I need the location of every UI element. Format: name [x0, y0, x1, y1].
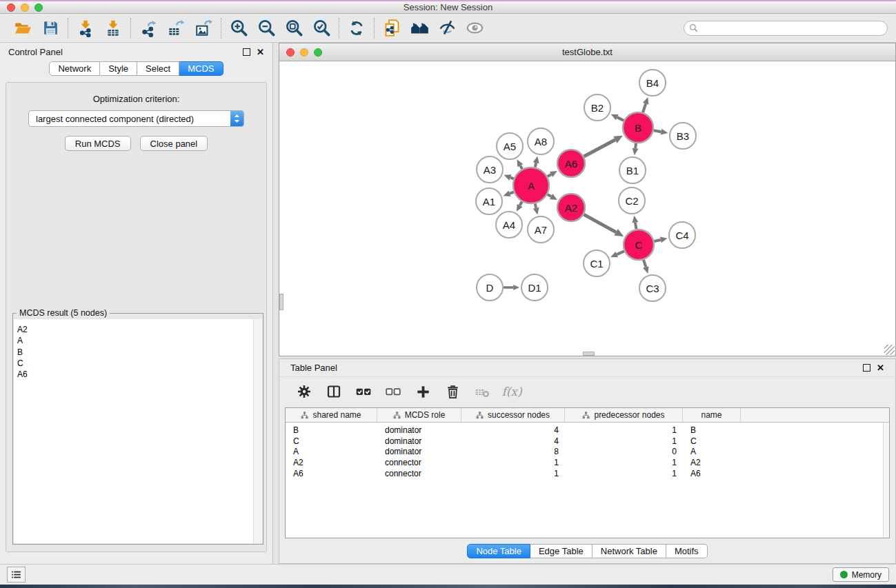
zoom-in-button[interactable] — [229, 19, 248, 38]
task-history-button[interactable] — [7, 567, 26, 582]
table-row[interactable]: Adominator80A — [286, 447, 889, 458]
edge-B-B3 — [654, 130, 661, 132]
mcds-result-item[interactable]: B — [17, 347, 253, 358]
mcds-result-list: A2ABCA6 — [14, 319, 253, 543]
deselect-all-button[interactable] — [384, 383, 403, 401]
table-row[interactable]: Cdominator41C — [286, 436, 889, 447]
delete-column-button[interactable] — [443, 383, 462, 401]
arrowhead-B-B4 — [643, 97, 649, 105]
select-all-button[interactable] — [354, 383, 373, 401]
close-network-button[interactable] — [286, 48, 295, 57]
table-scrollbar[interactable] — [883, 423, 889, 538]
search-field[interactable] — [684, 21, 888, 36]
node-label-A7: A7 — [535, 224, 547, 236]
memory-button[interactable]: Memory — [833, 567, 889, 582]
network-canvas[interactable]: AA1A2A3A4A5A6A7A8BB1B2B3B4CC1C2C3C4DD1 — [279, 61, 895, 356]
window-titlebar: Session: New Session — [0, 0, 896, 14]
network-window-title: testGlobe.txt — [562, 47, 613, 57]
table-cell: 4 — [461, 436, 565, 446]
panel-splitter[interactable] — [273, 43, 279, 564]
column-header-name[interactable]: name — [683, 408, 741, 422]
refresh-button[interactable] — [347, 19, 366, 38]
tab-node-table[interactable]: Node Table — [467, 544, 530, 558]
open-session-button[interactable] — [13, 19, 32, 38]
list-icon — [10, 568, 23, 581]
zoom-selected-button[interactable] — [312, 19, 331, 38]
export-table-button[interactable] — [166, 19, 186, 38]
arrowhead-A-A3 — [504, 174, 512, 180]
canvas-vertical-scrollbar[interactable] — [279, 294, 283, 310]
table-row[interactable]: A6connector11A6 — [286, 468, 889, 479]
node-label-B1: B1 — [626, 165, 639, 176]
tab-edge-table[interactable]: Edge Table — [530, 544, 593, 558]
result-scrollbar[interactable] — [253, 319, 262, 543]
column-header-predecessor-nodes[interactable]: predecessor nodes — [565, 408, 683, 422]
mcds-result-item[interactable]: A — [17, 335, 253, 346]
mcds-result-item[interactable]: A2 — [17, 324, 253, 335]
node-label-A5: A5 — [504, 141, 516, 152]
export-network-button[interactable] — [139, 19, 158, 38]
arrowhead-B-B3 — [661, 129, 668, 135]
column-header-shared-name[interactable]: shared name — [286, 408, 377, 422]
main-toolbar — [0, 14, 896, 43]
mcds-result-item[interactable]: C — [17, 358, 253, 369]
minimize-window-button[interactable] — [21, 3, 29, 12]
desktop-background — [0, 585, 896, 588]
show-graphics-button[interactable] — [465, 19, 484, 38]
home-button[interactable] — [410, 19, 429, 38]
export-image-button[interactable] — [194, 19, 213, 38]
show-column-button[interactable] — [324, 383, 344, 401]
column-header-successor-nodes[interactable]: successor nodes — [461, 408, 565, 422]
memory-status-icon — [840, 571, 848, 578]
zoom-window-button[interactable] — [34, 3, 43, 12]
tab-network-table[interactable]: Network Table — [593, 544, 666, 558]
node-label-A3: A3 — [484, 164, 496, 176]
tab-network[interactable]: Network — [49, 61, 100, 76]
node-label-A2: A2 — [565, 202, 577, 214]
import-table-button[interactable] — [103, 19, 123, 38]
table-settings-button[interactable] — [295, 383, 314, 401]
mcds-result-item[interactable]: A6 — [17, 369, 253, 380]
import-network-icon — [77, 19, 94, 37]
table-row[interactable]: A2connector11A2 — [286, 457, 889, 468]
close-panel-button[interactable]: Close panel — [140, 136, 208, 151]
close-panel-icon[interactable]: ✕ — [257, 48, 264, 56]
minimize-network-button[interactable] — [300, 48, 308, 57]
resize-grip[interactable] — [884, 345, 895, 355]
zoom-selected-icon — [312, 19, 331, 37]
close-table-panel-icon[interactable]: ✕ — [877, 364, 884, 372]
tab-mcds[interactable]: MCDS — [179, 61, 223, 76]
node-label-A: A — [528, 180, 535, 192]
canvas-horizontal-scrollbar[interactable] — [583, 352, 595, 356]
search-input[interactable] — [701, 23, 882, 33]
hide-graphics-button[interactable] — [437, 19, 457, 38]
tab-select[interactable]: Select — [137, 61, 179, 76]
close-window-button[interactable] — [7, 3, 15, 12]
tab-style[interactable]: Style — [100, 61, 137, 76]
floppy-disk-icon — [42, 19, 59, 37]
zoom-out-button[interactable] — [257, 19, 276, 38]
tab-motifs[interactable]: Motifs — [666, 544, 708, 558]
clone-network-button[interactable] — [382, 19, 401, 38]
zoom-network-button[interactable] — [314, 48, 322, 57]
plus-icon — [415, 384, 431, 400]
float-panel-icon[interactable] — [243, 48, 250, 56]
edge-A-A3 — [510, 177, 514, 179]
table-cell: A — [683, 447, 741, 456]
table-panel-title: Table Panel — [290, 363, 337, 373]
criterion-dropdown[interactable]: largest connected component (directed) — [28, 110, 244, 127]
import-network-button[interactable] — [76, 19, 95, 38]
zoom-fit-button[interactable] — [284, 19, 303, 38]
table-row[interactable]: Bdominator41B — [286, 425, 889, 436]
table-cell: dominator — [377, 436, 461, 446]
delete-table-icon — [474, 383, 490, 400]
status-bar: Memory — [0, 564, 896, 585]
float-table-panel-icon[interactable] — [863, 364, 870, 372]
save-session-button[interactable] — [41, 19, 60, 38]
table-cell: A — [286, 447, 377, 456]
run-mcds-button[interactable]: Run MCDS — [65, 136, 131, 151]
column-header-mcds-role[interactable]: MCDS role — [377, 408, 461, 422]
add-column-button[interactable] — [413, 383, 432, 401]
node-label-D1: D1 — [528, 282, 541, 294]
sort-tree-icon — [582, 412, 590, 419]
